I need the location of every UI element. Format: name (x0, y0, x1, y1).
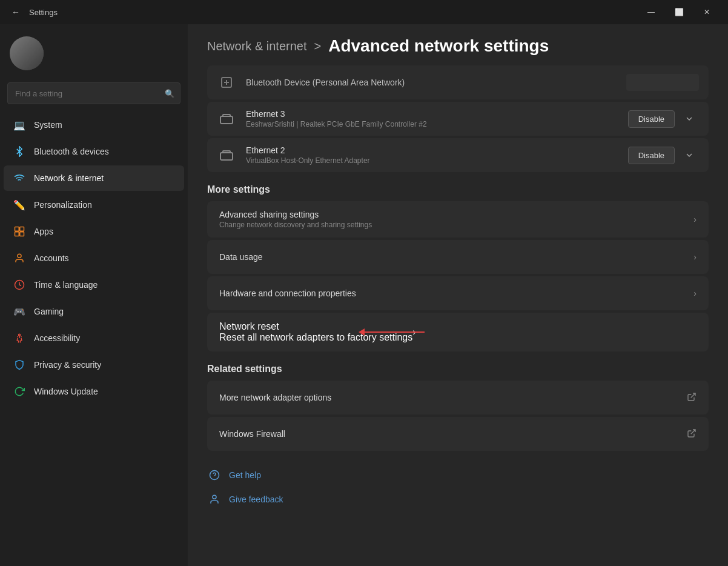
adapter-bluetooth-pan: Bluetooth Device (Personal Area Network) (207, 65, 709, 99)
breadcrumb-parent: Network & internet (207, 39, 307, 53)
privacy-icon (13, 359, 25, 371)
sidebar-search-container: 🔍 (7, 82, 180, 104)
settings-window: ← Settings — ⬜ ✕ 🔍 💻 System (0, 0, 728, 566)
svg-rect-1 (20, 227, 24, 231)
ethernet2-desc: VirtualBox Host-Only Ethernet Adapter (246, 156, 618, 165)
svg-line-16 (691, 393, 695, 398)
row-hardware-arrow: › (693, 288, 697, 298)
network-icon (13, 172, 25, 184)
nav-label-accessibility: Accessibility (34, 333, 80, 343)
breadcrumb-separator: > (314, 39, 322, 53)
main-content: Network & internet > Advanced network se… (188, 24, 728, 566)
nav-label-apps: Apps (34, 227, 53, 236)
nav-accounts[interactable]: Accounts (4, 245, 184, 271)
nav-label-accounts: Accounts (34, 253, 69, 263)
row-network-reset[interactable]: Network reset Reset all network adapters… (207, 313, 709, 351)
row-data-usage-title: Data usage (219, 252, 686, 262)
adapter-ethernet3: Ethernet 3 EeshwarSrishti | Realtek PCIe… (207, 102, 709, 136)
nav-label-time: Time & language (34, 280, 98, 290)
row-hardware-connection[interactable]: Hardware and connection properties › (207, 276, 709, 310)
adapter-bluetooth-info: Bluetooth Device (Personal Area Network) (246, 78, 617, 87)
adapter-ethernet2: Ethernet 2 VirtualBox Host-Only Ethernet… (207, 138, 709, 172)
ethernet3-icon (217, 109, 236, 128)
ethernet3-info: Ethernet 3 EeshwarSrishti | Realtek PCIe… (246, 109, 618, 128)
nav-label-bluetooth: Bluetooth & devices (34, 147, 109, 156)
time-icon (13, 279, 25, 291)
maximize-button[interactable]: ⬜ (665, 0, 693, 24)
row-data-usage-content: Data usage (219, 252, 686, 262)
ethernet2-name: Ethernet 2 (246, 145, 618, 155)
related-settings-title: Related settings (207, 364, 709, 375)
nav-network[interactable]: Network & internet (4, 165, 184, 191)
get-help-link[interactable]: Get help (207, 465, 709, 485)
nav-gaming[interactable]: 🎮 Gaming (4, 299, 184, 324)
nav-apps[interactable]: Apps (4, 219, 184, 244)
nav-bluetooth[interactable]: Bluetooth & devices (4, 139, 184, 164)
bottom-links: Get help Give feedback (188, 453, 728, 521)
page-header: Network & internet > Advanced network se… (188, 24, 728, 65)
search-icon: 🔍 (165, 89, 174, 98)
get-help-label: Get help (229, 470, 261, 480)
nav-label-privacy: Privacy & security (34, 360, 101, 370)
search-input[interactable] (7, 82, 180, 104)
red-arrow-line (364, 331, 425, 333)
row-more-network-content: More network adapter options (219, 393, 680, 402)
red-arrow-annotation (359, 328, 425, 336)
row-more-network-adapter[interactable]: More network adapter options (207, 381, 709, 415)
row-firewall-external-icon (687, 428, 697, 440)
ethernet2-actions: Disable (628, 145, 699, 165)
give-feedback-label: Give feedback (229, 494, 283, 504)
avatar (10, 36, 44, 70)
adapter-bluetooth-name: Bluetooth Device (Personal Area Network) (246, 78, 617, 87)
personalization-icon: ✏️ (13, 199, 25, 211)
nav-update[interactable]: Windows Update (4, 379, 184, 404)
ethernet2-icon (217, 145, 236, 165)
nav-accessibility[interactable]: Accessibility (4, 325, 184, 351)
svg-rect-8 (220, 116, 233, 124)
ethernet2-disable-button[interactable]: Disable (628, 147, 675, 164)
row-advanced-sharing[interactable]: Advanced sharing settings Change network… (207, 201, 709, 238)
row-hardware-content: Hardware and connection properties (219, 288, 686, 298)
svg-point-6 (19, 334, 21, 336)
ethernet3-name: Ethernet 3 (246, 109, 618, 119)
gaming-icon: 🎮 (13, 305, 25, 318)
section-content: Bluetooth Device (Personal Area Network) (188, 65, 728, 451)
sidebar: 🔍 💻 System Bluetooth & devices (0, 24, 188, 566)
minimize-button[interactable]: — (637, 0, 665, 24)
accessibility-icon (13, 332, 25, 344)
ethernet2-expand-button[interactable] (680, 145, 699, 165)
window-controls: — ⬜ ✕ (637, 0, 721, 24)
get-help-icon (207, 468, 222, 482)
row-advanced-sharing-content: Advanced sharing settings Change network… (219, 210, 686, 229)
back-button[interactable]: ← (7, 4, 24, 21)
svg-line-17 (691, 430, 695, 434)
svg-point-4 (18, 254, 21, 258)
update-icon (13, 385, 25, 398)
nav-system[interactable]: 💻 System (4, 112, 184, 138)
close-button[interactable]: ✕ (693, 0, 721, 24)
svg-point-20 (213, 495, 216, 499)
row-advanced-sharing-desc: Change network discovery and sharing set… (219, 221, 686, 229)
bluetooth-icon (13, 145, 25, 158)
nav-label-gaming: Gaming (34, 307, 64, 316)
nav-label-personalization: Personalization (34, 200, 92, 210)
nav-privacy[interactable]: Privacy & security (4, 352, 184, 378)
titlebar-title: Settings (29, 8, 637, 17)
give-feedback-icon (207, 492, 222, 507)
breadcrumb-current: Advanced network settings (328, 36, 549, 56)
give-feedback-link[interactable]: Give feedback (207, 490, 709, 509)
row-advanced-sharing-title: Advanced sharing settings (219, 210, 686, 219)
svg-rect-2 (15, 232, 19, 236)
row-firewall-title: Windows Firewall (219, 429, 680, 439)
row-advanced-sharing-arrow: › (693, 215, 697, 224)
ethernet3-expand-button[interactable] (680, 109, 699, 128)
nav-personalization[interactable]: ✏️ Personalization (4, 192, 184, 218)
nav-time[interactable]: Time & language (4, 272, 184, 298)
row-windows-firewall[interactable]: Windows Firewall (207, 417, 709, 451)
sidebar-user (0, 24, 188, 80)
ethernet3-actions: Disable (628, 109, 699, 128)
more-settings-title: More settings (207, 184, 709, 195)
adapter-bluetooth-actions (626, 74, 699, 91)
ethernet3-disable-button[interactable]: Disable (628, 110, 675, 128)
row-data-usage[interactable]: Data usage › (207, 240, 709, 274)
